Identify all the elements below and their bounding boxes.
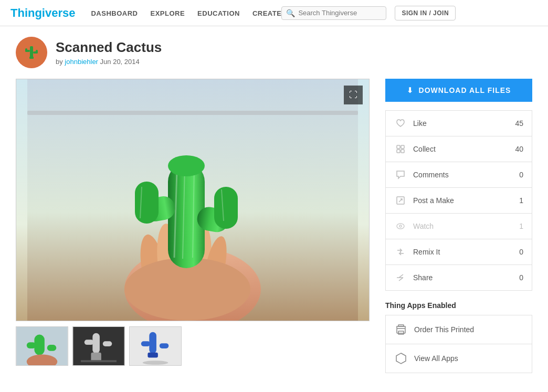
svg-line-49: [399, 199, 402, 202]
svg-rect-40: [141, 341, 151, 346]
printer-icon: [394, 323, 408, 336]
svg-point-43: [143, 361, 168, 365]
svg-rect-21: [135, 182, 159, 224]
svg-rect-29: [27, 342, 36, 348]
app-view-all[interactable]: View All Apps: [386, 344, 532, 373]
svg-rect-35: [103, 341, 112, 346]
stat-watch[interactable]: Watch 1: [386, 214, 532, 239]
nav-dashboard[interactable]: DASHBOARD: [91, 9, 138, 17]
signin-button[interactable]: SIGN IN / JOIN: [395, 6, 456, 20]
watch-label: Watch: [413, 222, 519, 230]
svg-rect-6: [29, 57, 34, 59]
svg-rect-1: [30, 46, 33, 58]
svg-rect-30: [47, 345, 57, 351]
thumbnail-2[interactable]: [72, 326, 125, 366]
collect-icon: [394, 143, 407, 155]
like-count: 45: [515, 119, 523, 128]
svg-point-26: [168, 155, 205, 176]
nav-create[interactable]: CREATE: [252, 9, 281, 17]
image-section: ⛶: [16, 79, 370, 366]
thing-title-section: Scanned Cactus by johnbiehler Jun 20, 20…: [56, 39, 162, 66]
share-icon: [394, 271, 407, 284]
search-icon: 🔍: [286, 9, 295, 17]
watch-icon: [394, 220, 407, 232]
sidebar: ⬇ DOWNLOAD ALL FILES Like 45: [385, 79, 532, 373]
svg-rect-5: [36, 50, 38, 54]
remix-count: 0: [519, 248, 523, 256]
svg-point-51: [399, 225, 402, 227]
svg-rect-45: [401, 145, 404, 149]
stat-share[interactable]: Share 0: [386, 265, 532, 290]
avatar: [16, 37, 47, 68]
svg-rect-54: [398, 325, 404, 326]
stat-collect[interactable]: Collect 40: [386, 136, 532, 162]
collect-label: Collect: [413, 145, 515, 153]
like-icon: [394, 117, 407, 130]
stats-list: Like 45 Collect 40: [385, 110, 532, 291]
svg-rect-41: [160, 343, 169, 348]
expand-icon: ⛶: [349, 90, 357, 100]
main-layout: ⛶: [16, 79, 532, 373]
app-order-print[interactable]: Order This Printed: [386, 315, 532, 344]
comments-count: 0: [519, 171, 523, 179]
main-image-container: ⛶: [16, 79, 370, 321]
remix-icon: [394, 246, 407, 258]
page-title: Scanned Cactus: [56, 39, 162, 56]
svg-rect-39: [149, 332, 156, 354]
collect-count: 40: [515, 145, 523, 153]
svg-rect-3: [25, 48, 27, 52]
apps-title: Thing Apps Enabled: [385, 301, 532, 310]
svg-rect-42: [147, 353, 157, 358]
svg-rect-34: [85, 340, 94, 345]
author-link[interactable]: johnbiehler: [65, 58, 98, 66]
apps-section: Thing Apps Enabled Order This Printed: [385, 301, 532, 373]
share-count: 0: [519, 273, 523, 282]
expand-button[interactable]: ⛶: [344, 86, 363, 104]
svg-rect-28: [34, 335, 44, 355]
thumbnail-3[interactable]: [129, 326, 182, 366]
main-nav: DASHBOARD EXPLORE EDUCATION CREATE: [91, 9, 281, 17]
post-make-count: 1: [519, 196, 523, 205]
download-all-button[interactable]: ⬇ DOWNLOAD ALL FILES: [385, 79, 532, 102]
svg-rect-46: [397, 150, 400, 153]
stat-comments[interactable]: Comments 0: [386, 162, 532, 188]
nav-explore[interactable]: EXPLORE: [150, 9, 185, 17]
svg-rect-24: [214, 187, 238, 229]
svg-rect-8: [27, 111, 358, 115]
nav-links: DASHBOARD EXPLORE EDUCATION CREATE: [91, 9, 281, 17]
header: Thingiverse DASHBOARD EXPLORE EDUCATION …: [0, 0, 548, 26]
svg-point-50: [397, 224, 404, 229]
stat-remix[interactable]: Remix It 0: [386, 239, 532, 265]
watch-count: 1: [519, 222, 523, 230]
search-container: 🔍: [281, 6, 386, 20]
svg-rect-53: [398, 331, 404, 334]
byline: by johnbiehler Jun 20, 2014: [56, 58, 162, 66]
stat-post-make[interactable]: Post a Make 1: [386, 188, 532, 214]
stat-like[interactable]: Like 45: [386, 111, 532, 136]
thumbnail-1[interactable]: [16, 326, 68, 366]
svg-rect-33: [92, 333, 100, 354]
svg-rect-47: [401, 150, 404, 153]
like-label: Like: [413, 119, 515, 128]
nav-education[interactable]: EDUCATION: [197, 9, 240, 17]
download-label: DOWNLOAD ALL FILES: [419, 86, 511, 94]
thing-header: Scanned Cactus by johnbiehler Jun 20, 20…: [16, 37, 532, 68]
comments-icon: [394, 168, 407, 181]
page-content: Scanned Cactus by johnbiehler Jun 20, 20…: [0, 26, 548, 384]
comments-label: Comments: [413, 171, 519, 179]
remix-label: Remix It: [413, 248, 519, 256]
main-image: [16, 79, 369, 321]
order-print-label: Order This Printed: [414, 325, 474, 334]
view-all-apps-label: View All Apps: [414, 354, 458, 363]
share-label: Share: [413, 273, 519, 282]
logo[interactable]: Thingiverse: [10, 6, 75, 20]
post-make-icon: [394, 194, 407, 207]
search-input[interactable]: [298, 9, 382, 17]
thumbnails: [16, 326, 370, 366]
svg-rect-37: [81, 360, 117, 362]
post-make-label: Post a Make: [413, 196, 519, 205]
publish-date: Jun 20, 2014: [100, 58, 140, 66]
download-icon: ⬇: [407, 86, 414, 94]
svg-rect-44: [397, 145, 400, 149]
hexagon-icon: [394, 352, 408, 365]
